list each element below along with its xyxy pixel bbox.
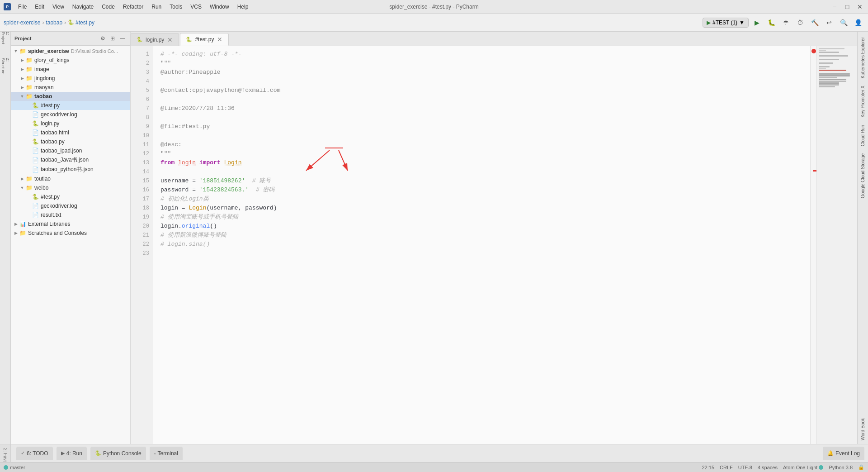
menu-navigate[interactable]: Navigate	[69, 3, 97, 11]
bottom-tab-todo[interactable]: ✓ 6: TODO	[16, 447, 53, 460]
tree-item-external-libs[interactable]: ▶ 📊 External Libraries	[11, 219, 130, 229]
folder-icon-toutiao: 📁	[25, 175, 33, 182]
tab-close-test[interactable]: ✕	[217, 36, 223, 43]
status-indent[interactable]: 4 spaces	[758, 465, 778, 470]
code-token: ()	[210, 222, 217, 231]
code-line-20: login. original ()	[160, 222, 810, 231]
breadcrumb-project[interactable]: spider-exercise	[4, 19, 40, 26]
menu-edit[interactable]: Edit	[31, 3, 48, 11]
menu-bar: File Edit View Navigate Code Refactor Ru…	[14, 3, 252, 11]
tab-login-py[interactable]: 🐍 login.py ✕	[131, 33, 179, 46]
minimap[interactable]	[816, 46, 857, 444]
settings-button[interactable]: 👤	[852, 16, 864, 29]
run-button[interactable]: ▶	[750, 16, 763, 29]
line-num-5: 5	[132, 86, 149, 95]
tree-item-toutiao[interactable]: ▶ 📁 toutiao	[11, 174, 130, 183]
search-everywhere-button[interactable]: 🔍	[837, 16, 850, 29]
left-strip-structure[interactable]: Z: Structure	[1, 62, 10, 71]
menu-refactor[interactable]: Refactor	[119, 3, 147, 11]
tree-item-test-py[interactable]: ▶ 🐍 #test.py	[11, 101, 130, 110]
menu-window[interactable]: Window	[206, 3, 233, 11]
tree-item-weibo-gecko[interactable]: ▶ 📄 geckodriver.log	[11, 201, 130, 210]
error-line-marker	[813, 170, 816, 172]
tree-item-taobao[interactable]: ▼ 📁 taobao	[11, 92, 130, 101]
left-strip-project[interactable]: 1: Project	[1, 33, 10, 43]
right-panel-cloud-run[interactable]: Cloud Run	[859, 121, 866, 150]
folder-icon-jingdong: 📁	[25, 75, 33, 82]
tree-label-taobao-ipad-json: taobao_ipad.json	[41, 148, 82, 154]
title-bar: P File Edit View Navigate Code Refactor …	[0, 0, 868, 14]
breadcrumb-folder[interactable]: taobao	[46, 19, 62, 26]
right-panel-key-promoter[interactable]: Key Promoter X	[859, 82, 866, 121]
bottom-tab-run-label: 4: Run	[66, 450, 82, 457]
tree-item-taobao-html[interactable]: ▶ 📄 taobao.html	[11, 128, 130, 137]
code-token: =	[189, 186, 199, 195]
tree-item-taobao-ipad-json[interactable]: ▶ 📄 taobao_ipad.json	[11, 146, 130, 155]
menu-help[interactable]: Help	[234, 3, 252, 11]
tree-item-root[interactable]: ▼ 📁 spider_exercise D:\Visual Studio Co.…	[11, 47, 130, 56]
status-theme[interactable]: Atom One Light	[783, 465, 823, 470]
tree-item-glory[interactable]: ▶ 📁 glory_of_kings	[11, 56, 130, 65]
tab-close-login[interactable]: ✕	[167, 37, 173, 43]
tree-item-taobao-py[interactable]: ▶ 🐍 taobao.py	[11, 137, 130, 146]
tree-item-taobao-java-json[interactable]: ▶ 📄 taobao_Java书.json	[11, 155, 130, 165]
window-title: spider_exercise - #test.py - PyCharm	[389, 4, 478, 10]
tree-item-weibo[interactable]: ▼ 📁 weibo	[11, 183, 130, 192]
tab-test-py[interactable]: 🐍 #test.py ✕	[180, 33, 229, 46]
menu-vcs[interactable]: VCS	[187, 3, 205, 11]
tree-item-image[interactable]: ▶ 📁 image	[11, 65, 130, 74]
status-git[interactable]: master	[10, 465, 25, 470]
tree-item-login-py[interactable]: ▶ 🐍 login.py	[11, 119, 130, 128]
tree-item-jingdong[interactable]: ▶ 📁 jingdong	[11, 74, 130, 83]
tree-label-weibo-gecko: geckodriver.log	[41, 203, 77, 209]
status-python-version[interactable]: Python 3.8	[829, 465, 853, 470]
tree-item-geckodriver[interactable]: ▶ 📄 geckodriver.log	[11, 110, 130, 119]
folder-icon-maoyan: 📁	[25, 84, 33, 91]
tree-item-maoyan[interactable]: ▶ 📁 maoyan	[11, 83, 130, 92]
build-button[interactable]: 🔨	[808, 16, 821, 29]
tree-item-taobao-python-json[interactable]: ▶ 📄 taobao_python书.json	[11, 165, 130, 174]
code-content[interactable]: # -*- coding: utf-8 -*- """ @author:Pine…	[153, 46, 810, 444]
code-token: login.	[160, 222, 182, 231]
profile-button[interactable]: ⏱	[794, 16, 807, 29]
right-panel-google-cloud[interactable]: Google Cloud Storage	[859, 150, 866, 202]
menu-file[interactable]: File	[14, 3, 30, 11]
status-cursor[interactable]: 22:15	[702, 465, 715, 470]
status-line-ending[interactable]: CRLF	[720, 465, 733, 470]
minimize-button[interactable]: −	[830, 2, 839, 11]
menu-view[interactable]: View	[49, 3, 68, 11]
breadcrumb-icon-py: 🐍	[68, 19, 74, 25]
sidebar-layout-button[interactable]: ⊞	[108, 34, 117, 43]
code-line-6	[160, 95, 810, 104]
code-line-10	[160, 131, 810, 140]
code-token: (username, password)	[206, 204, 277, 213]
code-editor[interactable]: 1 2 3 4 5 6 7 8 9 10 11 12 13 14 15 16 1…	[131, 46, 857, 444]
menu-tools[interactable]: Tools	[166, 3, 186, 11]
expand-icon-root: ▼	[13, 48, 19, 54]
debug-button[interactable]: 🐛	[765, 16, 778, 29]
right-panel-wordbook[interactable]: Word Book	[859, 415, 866, 444]
bottom-tab-terminal[interactable]: ▫ Terminal	[150, 447, 183, 460]
tree-item-scratches[interactable]: ▶ 📁 Scratches and Consoles	[11, 229, 130, 238]
breadcrumb-file[interactable]: #test.py	[75, 19, 94, 26]
bottom-tab-python-console[interactable]: 🐍 Python Console	[90, 447, 146, 460]
menu-code[interactable]: Code	[98, 3, 118, 11]
status-dot	[4, 465, 8, 470]
right-panel-kubernetes[interactable]: Kubernetes Explorer	[859, 33, 866, 82]
bottom-tab-event-log[interactable]: 🔔 Event Log	[823, 447, 864, 460]
sidebar-settings-button[interactable]: ⚙	[99, 34, 107, 43]
line-num-1: 1	[132, 50, 149, 59]
maximize-button[interactable]: □	[843, 2, 852, 11]
coverage-button[interactable]: ☂	[779, 16, 792, 29]
bottom-tab-run[interactable]: ▶ 4: Run	[57, 447, 87, 460]
line-num-2: 2	[132, 59, 149, 68]
sidebar-collapse-button[interactable]: —	[118, 34, 127, 43]
tab-bar: 🐍 login.py ✕ 🐍 #test.py ✕	[131, 32, 857, 46]
rollback-button[interactable]: ↩	[823, 16, 835, 29]
menu-run[interactable]: Run	[148, 3, 165, 11]
run-config-dropdown[interactable]: ▶ #TEST (1) ▼	[703, 18, 749, 28]
tree-item-weibo-test[interactable]: ▶ 🐍 #test.py	[11, 192, 130, 201]
close-button[interactable]: ✕	[855, 2, 864, 11]
status-encoding[interactable]: UTF-8	[738, 465, 752, 470]
tree-item-result[interactable]: ▶ 📄 result.txt	[11, 210, 130, 219]
